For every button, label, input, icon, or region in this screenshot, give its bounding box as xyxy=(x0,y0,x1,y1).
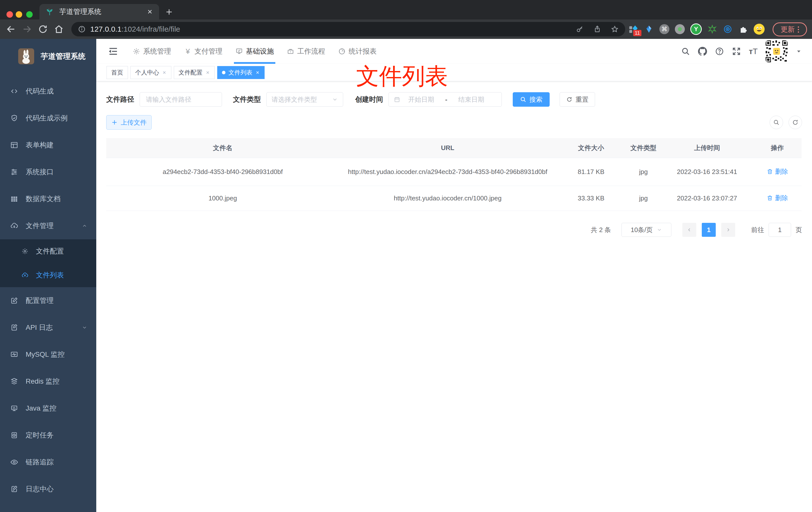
back-icon[interactable] xyxy=(6,24,16,34)
tag-home[interactable]: 首页 xyxy=(107,66,128,79)
tag-file-list[interactable]: 文件列表 xyxy=(217,66,265,79)
toggle-search-icon[interactable] xyxy=(770,116,783,129)
top-menu-workflow[interactable]: 工作流程 xyxy=(287,39,325,64)
avatar-caret-icon[interactable] xyxy=(795,48,802,55)
sidebar-item-code-example[interactable]: 代码生成示例 xyxy=(0,105,96,131)
sidebar-item-code-generation[interactable]: 代码生成 xyxy=(0,78,96,105)
page-content: 文件路径 文件类型 请选择文件类型 创建时间 开始日期 - 结束日期 xyxy=(96,81,812,512)
extension-kite-icon[interactable] xyxy=(644,24,654,34)
password-key-icon[interactable] xyxy=(576,25,584,33)
upload-file-button[interactable]: 上传文件 xyxy=(106,115,152,130)
sidebar-item-file-config[interactable]: 文件配置 xyxy=(0,239,96,263)
favicon-plant-icon xyxy=(46,7,54,16)
help-icon[interactable] xyxy=(715,47,724,56)
end-date-placeholder[interactable]: 结束日期 xyxy=(458,95,484,104)
top-menu-payment[interactable]: ¥ 支付管理 xyxy=(184,39,223,64)
tag-label: 文件配置 xyxy=(179,68,203,77)
sidebar-item-scheduled-tasks[interactable]: 定时任务 xyxy=(0,422,96,449)
maximize-window-button[interactable] xyxy=(26,11,33,18)
extension-star-icon[interactable] xyxy=(707,24,717,34)
sidebar-item-api-log[interactable]: API 日志 xyxy=(0,314,96,341)
close-window-button[interactable] xyxy=(6,11,13,18)
sidebar-item-file-management[interactable]: 文件管理 xyxy=(0,212,96,239)
start-date-placeholder[interactable]: 开始日期 xyxy=(408,95,434,104)
profile-emoji-icon[interactable] xyxy=(754,24,764,35)
tag-close-icon[interactable] xyxy=(205,70,210,75)
extension-eye-icon[interactable] xyxy=(723,24,733,34)
file-management-submenu: 文件配置 文件列表 xyxy=(0,239,96,287)
code-icon xyxy=(10,87,18,95)
user-avatar-qr[interactable] xyxy=(765,40,788,62)
sidebar-item-java-monitor[interactable]: Java 监控 xyxy=(0,395,96,422)
sidebar-item-log-center[interactable]: 日志中心 xyxy=(0,476,96,503)
fullscreen-icon[interactable] xyxy=(732,47,741,56)
logo-avatar xyxy=(18,48,34,64)
site-info-icon[interactable] xyxy=(78,25,86,33)
tag-file-config[interactable]: 文件配置 xyxy=(174,66,215,79)
monitor-check-icon xyxy=(235,48,243,55)
minimize-window-button[interactable] xyxy=(16,11,22,18)
chevron-down-icon xyxy=(657,227,662,233)
sidebar-item-form-builder[interactable]: 表单构建 xyxy=(0,131,96,158)
chevron-down-icon xyxy=(332,96,338,102)
extension-green-dot-icon[interactable] xyxy=(675,24,685,34)
delete-button[interactable]: 删除 xyxy=(766,194,788,203)
file-type-select[interactable]: 请选择文件类型 xyxy=(266,92,343,107)
extension-y-icon[interactable]: Y xyxy=(690,24,702,35)
share-icon[interactable] xyxy=(593,25,601,33)
tags-view: 首页 个人中心 文件配置 文件列表 xyxy=(96,64,812,81)
refresh-table-icon[interactable] xyxy=(788,116,802,129)
sidebar-item-mysql-monitor[interactable]: MySQL 监控 xyxy=(0,341,96,368)
sidebar-collapse-icon[interactable] xyxy=(108,47,118,56)
file-path-input[interactable] xyxy=(140,92,222,107)
browser-menu-icon[interactable] xyxy=(798,26,799,33)
prev-page-button[interactable] xyxy=(682,223,696,237)
github-icon[interactable] xyxy=(698,47,707,56)
tag-profile[interactable]: 个人中心 xyxy=(130,66,171,79)
table-header-row: 文件名 URL 文件大小 文件类型 上传时间 操作 xyxy=(106,138,802,158)
sidebar-item-tracing[interactable]: 链路追踪 xyxy=(0,449,96,476)
sidebar-logo[interactable]: 芋道管理系统 xyxy=(0,39,96,74)
extensions-puzzle-icon[interactable] xyxy=(738,24,748,34)
tag-close-icon[interactable] xyxy=(162,70,167,75)
top-menu-infrastructure[interactable]: 基础设施 xyxy=(235,39,274,64)
gear-icon xyxy=(133,48,140,55)
file-path-input-field[interactable] xyxy=(146,96,216,103)
reset-button[interactable]: 重置 xyxy=(560,92,595,107)
new-tab-button[interactable] xyxy=(163,5,176,19)
page-size-select[interactable]: 10条/页 xyxy=(621,223,671,237)
tag-close-icon[interactable] xyxy=(255,70,260,75)
date-range-picker[interactable]: 开始日期 - 结束日期 xyxy=(388,92,502,107)
sidebar-item-redis-monitor[interactable]: Redis 监控 xyxy=(0,368,96,395)
extension-command-icon[interactable]: ⌘ xyxy=(659,24,669,34)
bookmark-star-icon[interactable] xyxy=(611,25,619,33)
cloud-download-icon xyxy=(10,222,18,230)
cell-action: 删除 xyxy=(753,167,802,177)
goto-page-input[interactable] xyxy=(768,223,791,237)
delete-button[interactable]: 删除 xyxy=(766,167,788,176)
sidebar-item-label: 代码生成 xyxy=(26,87,54,96)
current-page-button[interactable]: 1 xyxy=(702,223,716,237)
header-search-icon[interactable] xyxy=(681,47,690,56)
extension-tampermonkey-icon[interactable]: 11 xyxy=(629,24,638,34)
sidebar-item-file-list[interactable]: 文件列表 xyxy=(0,263,96,287)
reload-icon[interactable] xyxy=(38,24,48,34)
url-host: 127.0.0.1 xyxy=(90,25,121,33)
sidebar-item-system-api[interactable]: 系统接口 xyxy=(0,158,96,185)
next-page-button[interactable] xyxy=(721,223,735,237)
font-size-icon[interactable]: ᴛT xyxy=(749,47,758,56)
top-menu-reports[interactable]: 统计报表 xyxy=(338,39,377,64)
page-size-value: 10条/页 xyxy=(631,225,652,234)
tab-close-icon[interactable] xyxy=(147,8,153,15)
sidebar-item-config-management[interactable]: 配置管理 xyxy=(0,287,96,314)
sidebar-item-db-doc[interactable]: 数据库文档 xyxy=(0,185,96,212)
top-menu-system[interactable]: 系统管理 xyxy=(133,39,171,64)
app: 芋道管理系统 代码生成 代码生成示例 表单构建 系统接口 xyxy=(0,39,812,512)
forward-icon[interactable] xyxy=(22,24,32,34)
browser-update-button[interactable]: 更新 xyxy=(773,23,807,36)
browser-tab[interactable]: 芋道管理系统 xyxy=(39,4,159,20)
home-icon[interactable] xyxy=(54,24,64,34)
address-bar[interactable]: 127.0.0.1:1024/infra/file/file xyxy=(71,22,625,36)
sidebar: 芋道管理系统 代码生成 代码生成示例 表单构建 系统接口 xyxy=(0,39,96,512)
search-button[interactable]: 搜索 xyxy=(513,92,550,107)
